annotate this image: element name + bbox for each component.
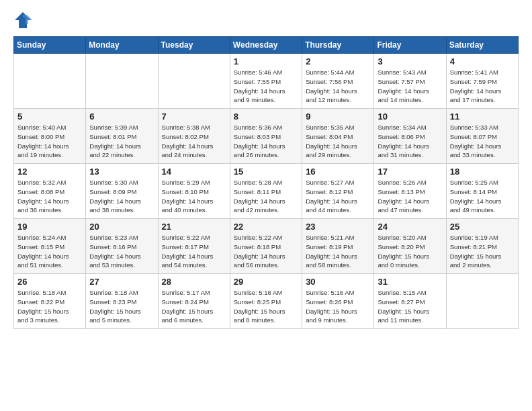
day-cell: 13Sunrise: 5:30 AM Sunset: 8:09 PM Dayli… bbox=[86, 164, 158, 219]
day-header-friday: Friday bbox=[374, 37, 446, 54]
day-info: Sunrise: 5:15 AM Sunset: 8:27 PM Dayligh… bbox=[378, 288, 442, 325]
day-cell: 19Sunrise: 5:24 AM Sunset: 8:15 PM Dayli… bbox=[14, 219, 86, 274]
day-cell: 16Sunrise: 5:27 AM Sunset: 8:12 PM Dayli… bbox=[302, 164, 374, 219]
day-info: Sunrise: 5:41 AM Sunset: 7:59 PM Dayligh… bbox=[450, 68, 515, 105]
day-info: Sunrise: 5:32 AM Sunset: 8:08 PM Dayligh… bbox=[17, 178, 82, 215]
day-cell: 25Sunrise: 5:19 AM Sunset: 8:21 PM Dayli… bbox=[446, 219, 518, 274]
week-row-5: 26Sunrise: 5:18 AM Sunset: 8:22 PM Dayli… bbox=[14, 274, 519, 329]
day-number: 22 bbox=[234, 222, 298, 232]
day-header-sunday: Sunday bbox=[14, 37, 86, 54]
day-cell: 28Sunrise: 5:17 AM Sunset: 8:24 PM Dayli… bbox=[158, 274, 230, 329]
day-cell: 5Sunrise: 5:40 AM Sunset: 8:00 PM Daylig… bbox=[14, 109, 86, 164]
day-number: 21 bbox=[162, 222, 226, 232]
day-number: 10 bbox=[378, 111, 442, 122]
day-info: Sunrise: 5:26 AM Sunset: 8:13 PM Dayligh… bbox=[378, 178, 442, 215]
day-cell: 6Sunrise: 5:39 AM Sunset: 8:01 PM Daylig… bbox=[86, 109, 158, 164]
day-info: Sunrise: 5:27 AM Sunset: 8:12 PM Dayligh… bbox=[306, 178, 370, 215]
calendar-header: SundayMondayTuesdayWednesdayThursdayFrid… bbox=[14, 37, 519, 54]
day-info: Sunrise: 5:22 AM Sunset: 8:17 PM Dayligh… bbox=[162, 233, 226, 270]
day-info: Sunrise: 5:17 AM Sunset: 8:24 PM Dayligh… bbox=[162, 288, 226, 325]
day-info: Sunrise: 5:24 AM Sunset: 8:15 PM Dayligh… bbox=[17, 233, 82, 270]
day-cell: 14Sunrise: 5:29 AM Sunset: 8:10 PM Dayli… bbox=[158, 164, 230, 219]
day-number: 2 bbox=[306, 56, 370, 66]
day-info: Sunrise: 5:35 AM Sunset: 8:04 PM Dayligh… bbox=[306, 123, 370, 160]
day-cell: 15Sunrise: 5:28 AM Sunset: 8:11 PM Dayli… bbox=[230, 164, 302, 219]
day-info: Sunrise: 5:19 AM Sunset: 8:21 PM Dayligh… bbox=[450, 233, 515, 270]
day-cell: 4Sunrise: 5:41 AM Sunset: 7:59 PM Daylig… bbox=[446, 54, 518, 109]
day-number: 31 bbox=[378, 277, 442, 287]
day-cell: 24Sunrise: 5:20 AM Sunset: 8:20 PM Dayli… bbox=[374, 219, 446, 274]
week-row-3: 12Sunrise: 5:32 AM Sunset: 8:08 PM Dayli… bbox=[14, 164, 519, 219]
day-cell: 23Sunrise: 5:21 AM Sunset: 8:19 PM Dayli… bbox=[302, 219, 374, 274]
day-header-tuesday: Tuesday bbox=[158, 37, 230, 54]
day-number: 18 bbox=[450, 167, 515, 177]
day-info: Sunrise: 5:34 AM Sunset: 8:06 PM Dayligh… bbox=[378, 123, 442, 160]
day-number: 4 bbox=[450, 56, 515, 66]
day-header-monday: Monday bbox=[86, 37, 158, 54]
week-row-1: 1Sunrise: 5:46 AM Sunset: 7:55 PM Daylig… bbox=[14, 54, 519, 109]
calendar-table: SundayMondayTuesdayWednesdayThursdayFrid… bbox=[13, 36, 519, 329]
day-info: Sunrise: 5:46 AM Sunset: 7:55 PM Dayligh… bbox=[234, 68, 298, 105]
day-cell: 12Sunrise: 5:32 AM Sunset: 8:08 PM Dayli… bbox=[14, 164, 86, 219]
day-cell: 29Sunrise: 5:16 AM Sunset: 8:25 PM Dayli… bbox=[230, 274, 302, 329]
day-number: 6 bbox=[89, 111, 154, 122]
day-cell: 22Sunrise: 5:22 AM Sunset: 8:18 PM Dayli… bbox=[230, 219, 302, 274]
day-info: Sunrise: 5:29 AM Sunset: 8:10 PM Dayligh… bbox=[162, 178, 226, 215]
day-number: 13 bbox=[89, 167, 154, 177]
day-number: 28 bbox=[162, 277, 226, 287]
day-cell bbox=[446, 274, 518, 329]
day-header-wednesday: Wednesday bbox=[230, 37, 302, 54]
day-number: 26 bbox=[17, 277, 82, 287]
calendar-body: 1Sunrise: 5:46 AM Sunset: 7:55 PM Daylig… bbox=[14, 54, 519, 329]
day-info: Sunrise: 5:16 AM Sunset: 8:26 PM Dayligh… bbox=[306, 288, 370, 325]
logo bbox=[13, 11, 35, 30]
logo-icon bbox=[13, 11, 32, 30]
day-cell: 26Sunrise: 5:18 AM Sunset: 8:22 PM Dayli… bbox=[14, 274, 86, 329]
week-row-2: 5Sunrise: 5:40 AM Sunset: 8:00 PM Daylig… bbox=[14, 109, 519, 164]
day-number: 1 bbox=[234, 56, 298, 66]
calendar-page: SundayMondayTuesdayWednesdayThursdayFrid… bbox=[0, 0, 532, 411]
day-cell: 31Sunrise: 5:15 AM Sunset: 8:27 PM Dayli… bbox=[374, 274, 446, 329]
day-cell: 7Sunrise: 5:38 AM Sunset: 8:02 PM Daylig… bbox=[158, 109, 230, 164]
day-cell: 11Sunrise: 5:33 AM Sunset: 8:07 PM Dayli… bbox=[446, 109, 518, 164]
day-cell bbox=[158, 54, 230, 109]
day-cell: 21Sunrise: 5:22 AM Sunset: 8:17 PM Dayli… bbox=[158, 219, 230, 274]
day-info: Sunrise: 5:21 AM Sunset: 8:19 PM Dayligh… bbox=[306, 233, 370, 270]
day-number: 3 bbox=[378, 56, 442, 66]
day-number: 5 bbox=[17, 111, 82, 122]
day-cell: 18Sunrise: 5:25 AM Sunset: 8:14 PM Dayli… bbox=[446, 164, 518, 219]
day-info: Sunrise: 5:40 AM Sunset: 8:00 PM Dayligh… bbox=[17, 123, 82, 160]
day-cell: 1Sunrise: 5:46 AM Sunset: 7:55 PM Daylig… bbox=[230, 54, 302, 109]
day-info: Sunrise: 5:16 AM Sunset: 8:25 PM Dayligh… bbox=[234, 288, 298, 325]
day-number: 17 bbox=[378, 167, 442, 177]
day-number: 16 bbox=[306, 167, 370, 177]
day-number: 11 bbox=[450, 111, 515, 122]
day-info: Sunrise: 5:20 AM Sunset: 8:20 PM Dayligh… bbox=[378, 233, 442, 270]
day-number: 23 bbox=[306, 222, 370, 232]
day-info: Sunrise: 5:39 AM Sunset: 8:01 PM Dayligh… bbox=[89, 123, 154, 160]
day-number: 29 bbox=[234, 277, 298, 287]
week-row-4: 19Sunrise: 5:24 AM Sunset: 8:15 PM Dayli… bbox=[14, 219, 519, 274]
day-header-thursday: Thursday bbox=[302, 37, 374, 54]
day-cell: 9Sunrise: 5:35 AM Sunset: 8:04 PM Daylig… bbox=[302, 109, 374, 164]
day-number: 14 bbox=[162, 167, 226, 177]
day-info: Sunrise: 5:36 AM Sunset: 8:03 PM Dayligh… bbox=[234, 123, 298, 160]
day-cell bbox=[14, 54, 86, 109]
day-info: Sunrise: 5:43 AM Sunset: 7:57 PM Dayligh… bbox=[378, 68, 442, 105]
day-cell bbox=[86, 54, 158, 109]
day-cell: 3Sunrise: 5:43 AM Sunset: 7:57 PM Daylig… bbox=[374, 54, 446, 109]
day-info: Sunrise: 5:25 AM Sunset: 8:14 PM Dayligh… bbox=[450, 178, 515, 215]
day-info: Sunrise: 5:33 AM Sunset: 8:07 PM Dayligh… bbox=[450, 123, 515, 160]
day-info: Sunrise: 5:18 AM Sunset: 8:22 PM Dayligh… bbox=[17, 288, 82, 325]
day-info: Sunrise: 5:44 AM Sunset: 7:56 PM Dayligh… bbox=[306, 68, 370, 105]
day-number: 20 bbox=[89, 222, 154, 232]
day-info: Sunrise: 5:22 AM Sunset: 8:18 PM Dayligh… bbox=[234, 233, 298, 270]
day-cell: 20Sunrise: 5:23 AM Sunset: 8:16 PM Dayli… bbox=[86, 219, 158, 274]
days-of-week-row: SundayMondayTuesdayWednesdayThursdayFrid… bbox=[14, 37, 519, 54]
day-info: Sunrise: 5:38 AM Sunset: 8:02 PM Dayligh… bbox=[162, 123, 226, 160]
day-cell: 2Sunrise: 5:44 AM Sunset: 7:56 PM Daylig… bbox=[302, 54, 374, 109]
day-cell: 30Sunrise: 5:16 AM Sunset: 8:26 PM Dayli… bbox=[302, 274, 374, 329]
day-info: Sunrise: 5:18 AM Sunset: 8:23 PM Dayligh… bbox=[89, 288, 154, 325]
day-number: 8 bbox=[234, 111, 298, 122]
day-number: 7 bbox=[162, 111, 226, 122]
